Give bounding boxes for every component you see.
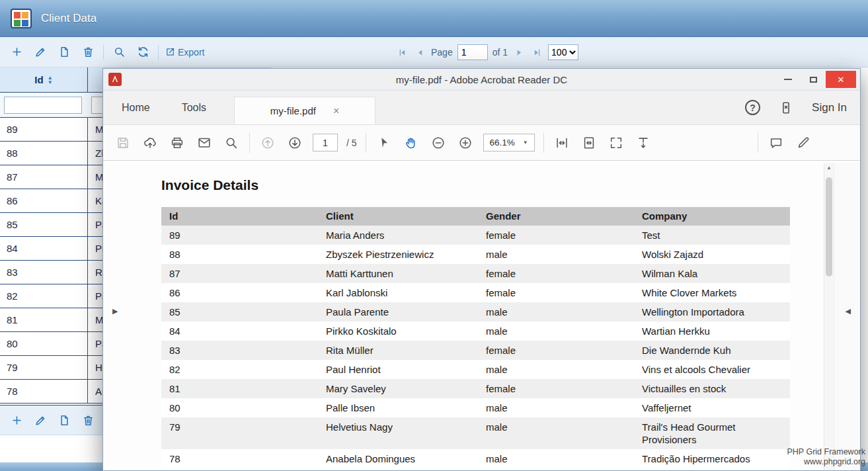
pdf-page-input[interactable] [313, 134, 338, 151]
table-row: 84 Pirkko Koskitalo male Wartian Herkku [161, 321, 790, 341]
edit-button-bottom[interactable] [32, 411, 49, 429]
table-cell-id: 82 [161, 360, 318, 379]
print-button[interactable] [168, 134, 186, 152]
maximize-button[interactable] [801, 71, 826, 88]
help-button[interactable]: ? [745, 100, 760, 115]
mobile-icon [779, 101, 793, 115]
sort-icon: ▲▼ [48, 75, 53, 85]
id-filter-input[interactable] [4, 97, 82, 114]
pen-icon [796, 136, 810, 150]
table-cell-company: Tradição Hipermercados [634, 449, 790, 468]
next-page-button[interactable] [286, 134, 304, 152]
minus-circle-icon [431, 136, 446, 150]
view-button[interactable] [56, 44, 73, 61]
page-size-select[interactable]: 100 [548, 44, 578, 60]
table-cell-client: Karl Jablonski [318, 283, 478, 302]
arrow-down-circle-icon [288, 136, 302, 150]
table-cell-client: Anabela Domingues [318, 449, 478, 468]
grid-cell-id: 83 [0, 261, 88, 284]
table-row: 87 Matti Karttunen female Wilman Kala [161, 264, 790, 283]
first-page-button[interactable] [395, 46, 409, 59]
read-mode-icon [636, 136, 651, 150]
add-button-bottom[interactable] [8, 411, 25, 429]
share-button[interactable] [141, 134, 159, 152]
pdf-content-area: ▶ Invoice Details Id Client Gender Compa… [103, 163, 860, 470]
scroll-up-button[interactable]: ▲ [824, 163, 834, 173]
help-icon: ? [750, 103, 756, 113]
table-cell-id: 86 [161, 283, 318, 302]
sign-in-button[interactable]: Sign In [812, 101, 847, 114]
minimize-button[interactable] [775, 71, 801, 88]
table-cell-id: 87 [161, 264, 318, 283]
toolbar-separator [366, 133, 366, 153]
previous-page-button[interactable] [258, 134, 277, 152]
comment-button[interactable] [767, 134, 785, 152]
send-mobile-button[interactable] [779, 101, 793, 115]
right-panel-toggle[interactable]: ◀ [846, 307, 851, 316]
grid-column-header-id[interactable]: Id ▲▼ [0, 67, 88, 92]
table-cell-client: Helvetius Nagy [318, 417, 478, 449]
window-titlebar[interactable]: my-file.pdf - Adobe Acrobat Reader DC ✕ [103, 69, 860, 91]
zoom-in-button[interactable] [456, 134, 475, 152]
view-button-bottom[interactable] [56, 411, 73, 429]
search-button[interactable] [110, 44, 128, 61]
delete-button-bottom[interactable] [79, 411, 97, 429]
fullscreen-icon [609, 136, 623, 150]
table-cell-company: Test [634, 226, 790, 245]
email-button[interactable] [195, 134, 214, 152]
table-row: 89 Maria Anders female Test [161, 226, 790, 245]
document-tab[interactable]: my-file.pdf × [234, 97, 375, 124]
zoom-level-select[interactable]: 66.1% ▼ [483, 134, 535, 151]
table-cell-company: Wartian Herkku [634, 321, 790, 341]
zoom-out-button[interactable] [429, 134, 448, 152]
chevron-down-icon: ▼ [523, 140, 528, 146]
table-cell-company: Wellington Importadora [634, 302, 790, 321]
refresh-button[interactable] [134, 44, 151, 61]
table-cell-id: 85 [161, 302, 318, 321]
find-button[interactable] [222, 134, 241, 152]
search-icon [224, 136, 239, 150]
scrollbar-thumb[interactable] [826, 177, 832, 277]
hand-tool-button[interactable] [402, 134, 420, 152]
window-title: my-file.pdf - Adobe Acrobat Reader DC [103, 74, 860, 85]
fullscreen-button[interactable] [607, 134, 625, 152]
grid-cell-id: 82 [0, 284, 88, 308]
page-number-input[interactable] [457, 44, 488, 60]
table-cell-id: 78 [161, 449, 318, 468]
pdf-page-total: / 5 [346, 138, 357, 148]
export-icon [165, 47, 175, 57]
window-controls: ✕ [775, 69, 860, 90]
zoom-level-value: 66.1% [490, 138, 515, 148]
tools-menu[interactable]: Tools [166, 91, 222, 124]
app-header: Client Data [0, 0, 868, 37]
table-row: 85 Paula Parente male Wellington Importa… [161, 302, 790, 321]
vertical-scrollbar[interactable]: ▲ [824, 163, 834, 470]
cursor-icon [377, 136, 391, 150]
fill-sign-button[interactable] [794, 134, 812, 152]
close-button[interactable]: ✕ [826, 71, 856, 88]
tab-close-icon[interactable]: × [333, 105, 339, 117]
export-button[interactable]: Export [165, 47, 204, 58]
fit-page-icon [582, 136, 596, 150]
select-tool-button[interactable] [375, 134, 393, 152]
read-mode-button[interactable] [634, 134, 652, 152]
delete-button[interactable] [79, 44, 97, 61]
grid-cell-id: 81 [0, 308, 88, 331]
table-row: 78 Anabela Domingues male Tradição Hiper… [161, 449, 790, 468]
prev-page-button[interactable] [413, 46, 426, 59]
fit-width-button[interactable] [553, 134, 571, 152]
next-page-button[interactable] [512, 46, 526, 59]
grid-pager: Page of 1 100 [395, 37, 578, 67]
grid-cell-id: 85 [0, 213, 88, 236]
grid-cell-client: M [88, 118, 104, 141]
edit-button[interactable] [32, 44, 49, 61]
left-panel-toggle[interactable]: ▶ [112, 307, 118, 316]
table-header-gender: Gender [478, 207, 634, 226]
table-cell-client: Paul Henriot [318, 360, 478, 379]
fit-page-button[interactable] [580, 134, 598, 152]
add-button[interactable] [8, 44, 25, 61]
save-button[interactable] [114, 134, 132, 152]
table-cell-company: Wolski Zajazd [634, 245, 790, 264]
last-page-button[interactable] [530, 46, 543, 59]
home-menu[interactable]: Home [106, 91, 166, 124]
